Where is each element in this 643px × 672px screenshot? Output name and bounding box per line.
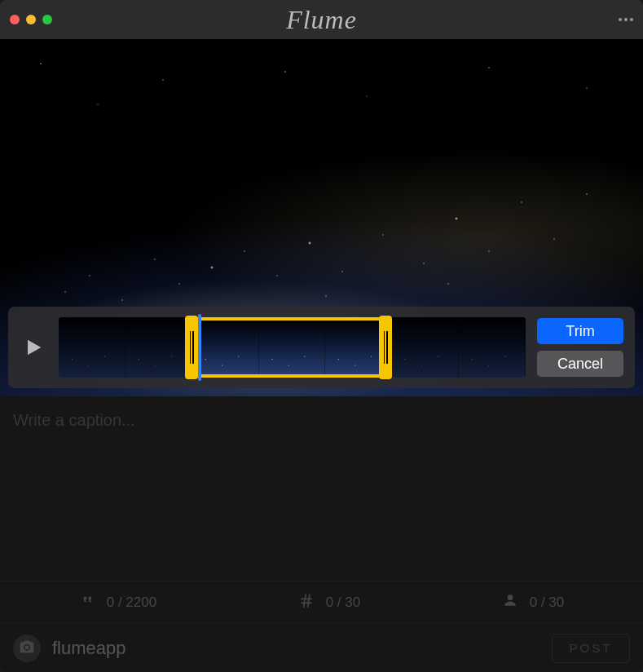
camera-icon: [19, 639, 35, 658]
caption-placeholder: Write a caption...: [13, 411, 630, 430]
avatar[interactable]: [13, 634, 41, 662]
bottom-bar: flumeapp Post: [0, 623, 643, 672]
hashtag-counter: 0 / 30: [298, 592, 361, 612]
username[interactable]: flumeapp: [52, 638, 126, 659]
counts-row: 0 / 2200 0 / 30 0 / 30: [0, 581, 643, 623]
trim-timeline[interactable]: [59, 317, 526, 378]
trim-dim-left: [59, 317, 192, 378]
app-title: Flume: [286, 5, 357, 35]
traffic-lights: [10, 15, 52, 24]
trim-button[interactable]: Trim: [537, 318, 623, 344]
trim-actions: Trim Cancel: [537, 318, 623, 377]
trim-panel: Trim Cancel: [8, 307, 635, 388]
quote-icon: [79, 592, 95, 612]
trim-handle-end[interactable]: [379, 316, 392, 379]
minimize-window-button[interactable]: [26, 15, 36, 24]
hashtag-count-value: 0 / 30: [326, 595, 361, 611]
titlebar: Flume: [0, 0, 643, 39]
playhead[interactable]: [198, 314, 201, 381]
post-button[interactable]: Post: [552, 634, 630, 663]
maximize-window-button[interactable]: [42, 15, 52, 24]
video-preview[interactable]: Trim Cancel: [0, 39, 643, 396]
caption-length-counter: 0 / 2200: [79, 592, 156, 612]
person-icon: [502, 592, 518, 612]
mention-counter: 0 / 30: [502, 592, 565, 612]
play-button[interactable]: [20, 334, 47, 361]
trim-dim-right: [385, 317, 526, 378]
close-window-button[interactable]: [10, 15, 20, 24]
caption-area[interactable]: Write a caption...: [0, 396, 643, 581]
app-window: Flume: [0, 0, 643, 672]
caption-count-value: 0 / 2200: [107, 595, 156, 611]
mention-count-value: 0 / 30: [530, 595, 565, 611]
cancel-button[interactable]: Cancel: [537, 351, 623, 377]
trim-handle-start[interactable]: [185, 316, 198, 379]
hashtag-icon: [298, 592, 315, 612]
more-menu-button[interactable]: [619, 18, 633, 21]
